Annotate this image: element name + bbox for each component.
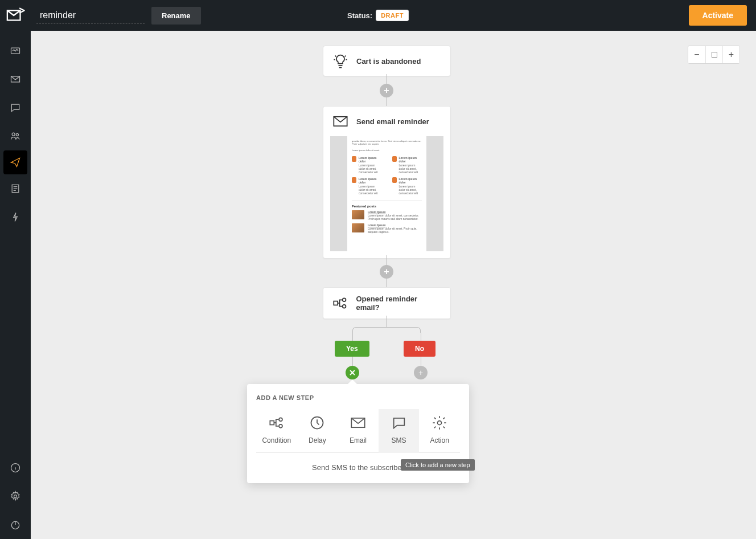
branch-icon xyxy=(332,295,348,311)
popup-option-condition[interactable]: Condition xyxy=(256,409,297,453)
add-step-button-1[interactable]: + xyxy=(380,84,393,97)
connector xyxy=(421,357,421,366)
sidebar-integrations[interactable] xyxy=(0,203,31,231)
automation-title-input[interactable] xyxy=(36,8,145,23)
popup-option-sms[interactable]: SMS xyxy=(379,409,420,453)
popup-option-label: Delay xyxy=(309,436,326,444)
zoom-in-button[interactable]: + xyxy=(722,46,739,63)
mail-icon xyxy=(332,113,348,129)
svg-point-4 xyxy=(16,133,18,136)
popup-option-email[interactable]: Email xyxy=(338,409,379,453)
sidebar-chat[interactable] xyxy=(0,93,31,122)
sidebar-automations[interactable] xyxy=(3,150,27,174)
square-icon xyxy=(712,52,717,58)
connector xyxy=(358,327,415,328)
status-block: Status: DRAFT xyxy=(347,10,409,21)
close-icon xyxy=(350,370,355,375)
add-step-button-2[interactable]: + xyxy=(380,265,393,279)
sidebar xyxy=(0,31,31,539)
popup-options: Condition Delay Email SMS Action xyxy=(256,409,460,453)
connector xyxy=(387,316,387,327)
zoom-out-button[interactable]: − xyxy=(688,46,705,63)
condition-node[interactable]: Opened reminder email? xyxy=(323,287,451,319)
mail-icon xyxy=(350,415,366,431)
condition-title: Opened reminder email? xyxy=(356,295,441,312)
logo-icon xyxy=(0,0,31,31)
activate-button[interactable]: Activate xyxy=(689,5,747,26)
branch-icon xyxy=(269,415,285,431)
popup-title: ADD A NEW STEP xyxy=(256,394,460,401)
sidebar-forms[interactable] xyxy=(0,174,31,203)
zoom-controls: − + xyxy=(688,46,740,64)
connector xyxy=(352,357,353,366)
chat-icon xyxy=(391,415,407,431)
svg-point-14 xyxy=(279,418,282,421)
add-step-button-no-branch[interactable]: + xyxy=(414,366,428,379)
sidebar-settings[interactable] xyxy=(0,482,31,511)
clock-icon xyxy=(309,415,325,431)
svg-point-18 xyxy=(438,421,442,425)
popup-option-delay[interactable]: Delay xyxy=(297,409,338,453)
svg-rect-13 xyxy=(270,421,274,425)
status-label: Status: xyxy=(347,11,372,20)
automation-canvas[interactable]: − + Cart is abandoned + Send email remin… xyxy=(31,31,756,539)
rename-button[interactable]: Rename xyxy=(151,7,201,24)
branch-no-button[interactable]: No xyxy=(404,341,435,357)
connector xyxy=(415,327,421,333)
popup-option-action[interactable]: Action xyxy=(419,409,460,453)
sidebar-campaigns[interactable] xyxy=(0,65,31,93)
sidebar-info[interactable] xyxy=(0,454,31,482)
trigger-node[interactable]: Cart is abandoned xyxy=(323,46,451,76)
svg-point-7 xyxy=(14,495,17,498)
status-badge: DRAFT xyxy=(376,10,409,21)
popup-option-label: Action xyxy=(430,436,449,444)
popup-option-label: Email xyxy=(350,436,367,444)
sidebar-dashboard[interactable] xyxy=(0,36,31,65)
svg-rect-10 xyxy=(334,301,338,305)
email-node-title: Send email reminder xyxy=(356,117,429,126)
app-header: Rename Status: DRAFT Activate xyxy=(0,0,756,31)
svg-point-15 xyxy=(279,424,282,428)
add-step-tooltip: Click to add a new step xyxy=(401,459,475,471)
sidebar-logout[interactable] xyxy=(0,511,31,539)
svg-point-11 xyxy=(343,298,346,301)
branch-yes-button[interactable]: Yes xyxy=(335,341,369,357)
sidebar-subscribers[interactable] xyxy=(0,122,31,150)
email-preview: gravida libero, a consectetur lorem. Sed… xyxy=(330,136,443,251)
lightbulb-icon xyxy=(332,53,348,69)
close-add-step-button[interactable] xyxy=(346,366,359,379)
popup-option-label: Condition xyxy=(262,436,291,444)
email-node[interactable]: Send email reminder gravida libero, a co… xyxy=(323,106,451,259)
svg-point-3 xyxy=(12,133,15,136)
popup-option-label: SMS xyxy=(392,436,406,444)
trigger-title: Cart is abandoned xyxy=(356,57,421,66)
connector xyxy=(352,327,358,333)
zoom-reset-button[interactable] xyxy=(705,46,722,63)
svg-point-12 xyxy=(343,305,346,308)
gear-icon xyxy=(432,415,447,431)
